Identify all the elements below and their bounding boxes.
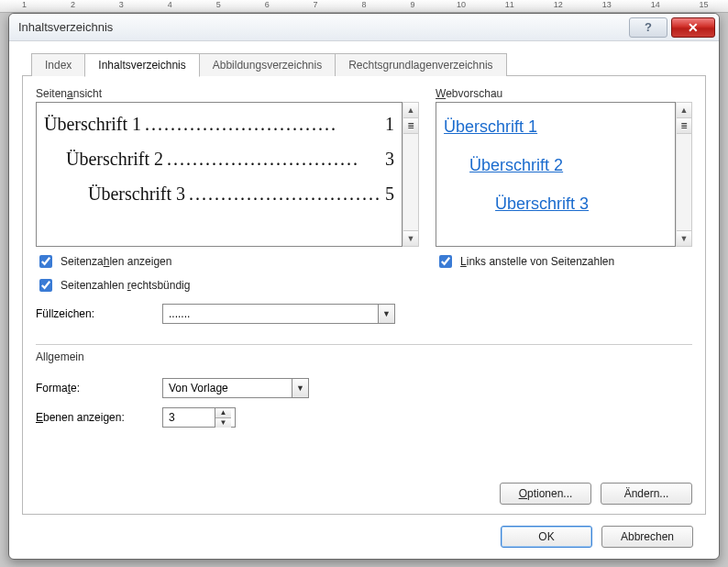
label-show-pagenumbers: Seitenzahlen anzeigen	[61, 255, 171, 268]
formats-label: Formate:	[36, 382, 155, 395]
chevron-down-icon: ▼	[378, 305, 394, 323]
web-preview-label: Webvorschau	[436, 87, 692, 100]
tab-figures[interactable]: Abbildungsverzeichnis	[199, 53, 336, 76]
print-preview-scrollbar[interactable]: ▲ ≡ ▼	[403, 102, 419, 247]
checkbox-links-instead-of-pagenumbers[interactable]	[439, 255, 452, 268]
tab-toc[interactable]: Inhaltsverzeichnis	[84, 53, 199, 77]
dialog-title: Inhaltsverzeichnis	[18, 20, 113, 34]
cancel-button[interactable]: Abbrechen	[601, 526, 693, 548]
checkbox-show-pagenumbers[interactable]	[39, 255, 52, 268]
options-button[interactable]: Optionen...	[500, 483, 591, 505]
leader-value: .......	[169, 307, 190, 320]
web-preview-box: Überschrift 1 Überschrift 2 Überschrift …	[436, 102, 676, 247]
print-preview-label: Seitenansicht	[36, 87, 419, 100]
levels-spinner[interactable]: ▲ ▼	[162, 407, 236, 428]
checkbox-right-align-pagenumbers[interactable]	[39, 279, 52, 292]
general-section-title: Allgemein	[36, 350, 692, 363]
levels-input[interactable]	[163, 408, 215, 427]
web-preview-link[interactable]: Überschrift 1	[444, 117, 537, 136]
web-preview-link[interactable]: Überschrift 2	[469, 156, 563, 174]
modify-button[interactable]: Ändern...	[601, 483, 692, 505]
ok-button[interactable]: OK	[501, 526, 592, 548]
leader-label: Füllzeichen:	[36, 307, 155, 320]
levels-label: Ebenen anzeigen:	[36, 411, 155, 424]
web-preview-link[interactable]: Überschrift 3	[495, 195, 589, 213]
formats-value: Von Vorlage	[169, 382, 228, 395]
tab-index[interactable]: Index	[31, 53, 85, 76]
toc-dialog: Inhaltsverzeichnis ? ✕ Index Inhaltsverz…	[8, 13, 720, 560]
label-right-align-pagenumbers: Seitenzahlen rechtsbündig	[61, 279, 190, 292]
tab-panel-toc: Seitenansicht Überschrift 1.............…	[22, 75, 706, 515]
formats-combo[interactable]: Von Vorlage ▼	[162, 378, 309, 398]
spinner-up-icon[interactable]: ▲	[215, 408, 231, 418]
help-button[interactable]: ?	[629, 17, 667, 38]
spinner-down-icon[interactable]: ▼	[215, 418, 231, 428]
label-links-instead-of-pagenumbers: Links anstelle von Seitenzahlen	[460, 255, 614, 268]
close-button[interactable]: ✕	[671, 17, 715, 38]
background-ruler: 123 456 789 101112 131415	[0, 0, 728, 13]
tabstrip: Index Inhaltsverzeichnis Abbildungsverze…	[31, 50, 706, 76]
tab-legal[interactable]: Rechtsgrundlagenverzeichnis	[335, 53, 506, 76]
print-preview-box: Überschrift 1...........................…	[36, 102, 403, 247]
chevron-down-icon: ▼	[292, 379, 308, 397]
web-preview-scrollbar[interactable]: ▲ ≡ ▼	[676, 102, 692, 247]
titlebar: Inhaltsverzeichnis ? ✕	[9, 14, 719, 41]
leader-combo[interactable]: ....... ▼	[162, 304, 395, 324]
